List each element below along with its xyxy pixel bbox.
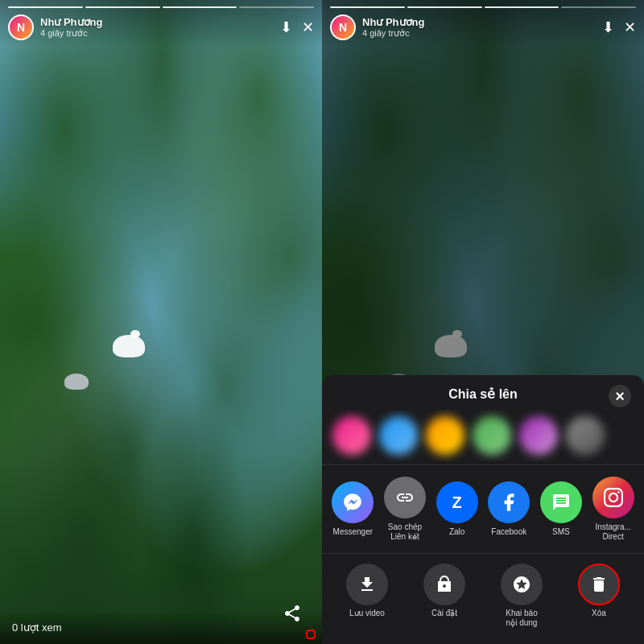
action-item-delete[interactable]: Xóa [575, 564, 623, 628]
contact-item-4[interactable] [472, 416, 512, 455]
app-item-zalo[interactable]: Z Zalo [435, 481, 479, 537]
save-video-label: Lưu video [349, 609, 385, 618]
report-label: Khai báonội dung [506, 609, 537, 628]
progress-bar-2 [85, 6, 160, 8]
messenger-svg [342, 492, 363, 513]
contact-avatar-1 [332, 416, 371, 455]
app-item-instagram[interactable]: Instagra...Direct [591, 477, 635, 542]
sms-icon [540, 481, 582, 523]
user-info-right: N Như Phương 4 giây trước ⬇ ✕ [330, 14, 636, 40]
app-item-sms[interactable]: SMS [539, 481, 583, 537]
app-item-copy-link[interactable]: Sao chépLiên kết [382, 477, 427, 542]
zalo-text: Z [452, 493, 462, 512]
tree-overlay-left [0, 0, 322, 644]
header-actions-left: ⬇ ✕ [280, 19, 314, 36]
story-header-left: N Như Phương 4 giây trước ⬇ ✕ [0, 0, 322, 47]
facebook-icon [488, 481, 530, 523]
save-video-icon [346, 564, 388, 605]
close-icon-left[interactable]: ✕ [302, 19, 314, 36]
user-info-left: N Như Phương 4 giây trước ⬇ ✕ [8, 14, 314, 40]
story-left: N Như Phương 4 giây trước ⬇ ✕ 0 lượt xem [0, 0, 322, 644]
time-ago-right: 4 giây trước [362, 28, 424, 39]
sheet-divider-2 [322, 553, 644, 554]
time-ago-left: 4 giây trước [40, 28, 102, 39]
settings-label: Cài đặt [431, 609, 457, 618]
share-sheet-close-button[interactable]: × [609, 385, 631, 407]
download-icon-right[interactable]: ⬇ [602, 19, 614, 36]
instagram-icon [592, 477, 634, 518]
contact-item-5[interactable] [518, 416, 559, 455]
copy-link-svg [395, 488, 415, 507]
story-footer-left: 0 lượt xem [0, 610, 322, 644]
progress-bars-left [8, 6, 314, 8]
header-actions-right: ⬇ ✕ [602, 19, 636, 36]
share-sheet-header: Chia sẻ lên × [322, 375, 644, 410]
close-icon-right[interactable]: ✕ [624, 19, 636, 36]
messenger-label: Messenger [333, 527, 373, 537]
delete-label: Xóa [592, 609, 606, 618]
story-header-right: N Như Phương 4 giây trước ⬇ ✕ [322, 0, 644, 47]
action-item-report[interactable]: Khai báonội dung [497, 564, 546, 628]
contact-item-2[interactable] [378, 416, 419, 455]
share-button-left[interactable] [283, 604, 302, 628]
apps-row: Messenger Sao chépLiên kết Z [322, 469, 644, 550]
instagram-label: Instagra...Direct [595, 522, 630, 542]
user-text-right: Như Phương 4 giây trước [362, 16, 424, 39]
story-right: N Như Phương 4 giây trước ⬇ ✕ Chia sẻ lê… [322, 0, 644, 644]
contact-avatar-2 [379, 416, 418, 455]
report-svg [512, 575, 531, 594]
avatar-right: N [330, 14, 356, 40]
progress-bar-r3 [485, 6, 559, 8]
contact-avatar-6 [566, 416, 605, 455]
progress-bar-4 [239, 6, 314, 8]
user-text-left: Như Phương 4 giây trước [40, 16, 102, 39]
contact-avatar-4 [473, 416, 511, 455]
share-sheet-title: Chia sẻ lên [448, 386, 518, 402]
progress-bar-1 [8, 6, 83, 8]
sms-label: SMS [552, 527, 570, 537]
username-right: Như Phương [362, 16, 424, 28]
contact-avatar-3 [426, 416, 464, 455]
contact-item-6[interactable] [565, 416, 605, 455]
progress-bar-r4 [561, 6, 636, 8]
app-item-messenger[interactable]: Messenger [331, 481, 375, 537]
delete-icon [578, 564, 620, 605]
action-item-save-video[interactable]: Lưu video [343, 564, 391, 628]
app-item-facebook[interactable]: Facebook [487, 481, 531, 537]
facebook-svg [498, 492, 519, 513]
views-count-left: 0 lượt xem [12, 621, 62, 634]
sms-svg [551, 493, 571, 512]
copy-link-label: Sao chépLiên kết [388, 522, 422, 542]
save-video-svg [357, 575, 377, 594]
contact-item-3[interactable] [425, 416, 465, 455]
action-item-settings[interactable]: Cài đặt [420, 564, 469, 628]
zalo-label: Zalo [449, 527, 464, 537]
report-icon [501, 564, 543, 605]
delete-svg [589, 575, 609, 594]
stories-container: N Như Phương 4 giây trước ⬇ ✕ 0 lượt xem [0, 0, 644, 644]
settings-icon [423, 564, 465, 605]
contacts-row [322, 410, 644, 461]
share-sheet: Chia sẻ lên × [322, 375, 644, 644]
facebook-label: Facebook [491, 527, 526, 537]
contact-avatar-5 [519, 416, 558, 455]
progress-bars-right [330, 6, 636, 8]
instagram-svg [604, 488, 623, 507]
contact-item-1[interactable] [332, 416, 372, 455]
progress-bar-3 [163, 6, 237, 8]
share-icon-left [283, 604, 302, 623]
download-icon-left[interactable]: ⬇ [280, 19, 292, 36]
share-button-box-left[interactable] [306, 630, 316, 639]
progress-bar-r2 [407, 6, 482, 8]
settings-svg [435, 575, 454, 594]
avatar-left: N [8, 14, 34, 40]
actions-row: Lưu video Cài đặt [322, 557, 644, 628]
zalo-icon: Z [436, 481, 478, 523]
sheet-divider-1 [322, 464, 644, 465]
messenger-icon [332, 481, 374, 523]
username-left: Như Phương [40, 16, 102, 28]
progress-bar-r1 [330, 6, 405, 8]
copy-link-icon [384, 477, 426, 518]
